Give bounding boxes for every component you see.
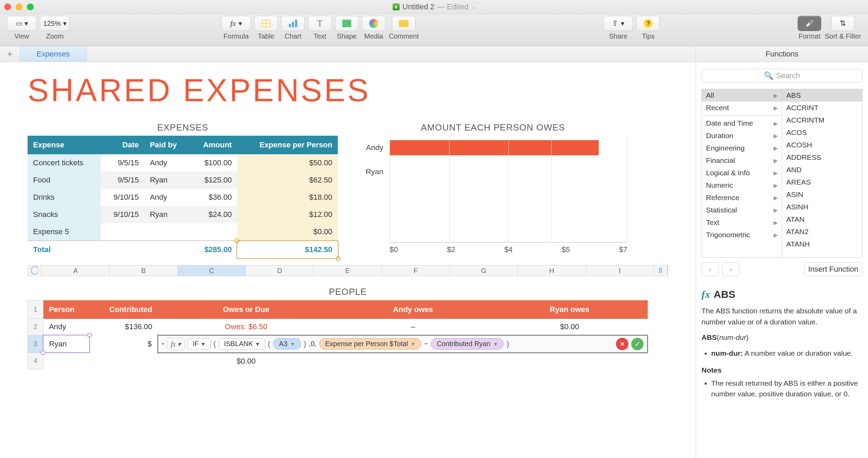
col-owes[interactable]: Owes or Due — [158, 300, 334, 319]
formula-button[interactable]: fx▾ — [221, 16, 251, 31]
col-expense[interactable]: Expense — [28, 136, 101, 154]
cell[interactable]: Drinks — [28, 189, 101, 206]
cell[interactable] — [90, 353, 158, 369]
cell[interactable]: 9/10/15 — [101, 206, 144, 223]
fn-isblank[interactable]: ISBLANK▼ — [219, 338, 265, 350]
cell[interactable]: $0.00 — [237, 223, 338, 241]
cell[interactable]: $0.00 — [492, 319, 647, 335]
cell[interactable]: 9/10/15 — [101, 189, 144, 206]
cell[interactable]: $24.00 — [190, 206, 238, 223]
category-recent[interactable]: Recent▶ — [702, 102, 782, 114]
row-header[interactable]: 2 — [28, 319, 43, 335]
share-button[interactable]: ⇪▾ — [603, 16, 633, 31]
function-item[interactable]: ACOS — [782, 126, 862, 139]
media-button[interactable] — [362, 16, 385, 31]
insert-function-button[interactable]: Insert Function — [804, 262, 863, 276]
zoom-select[interactable]: 125%▾ — [40, 16, 70, 31]
chart-button[interactable] — [281, 16, 305, 31]
window-title[interactable]: ▮ Untitled 2 — Edited ⌄ — [393, 2, 475, 11]
category-item[interactable]: Trigonometric▶ — [702, 229, 782, 241]
cell[interactable]: $50.00 — [237, 154, 338, 171]
function-item[interactable]: ATAN — [782, 213, 862, 226]
col-header[interactable]: H — [518, 266, 586, 276]
function-item[interactable]: ASINH — [782, 201, 862, 213]
minimize-window-button[interactable] — [16, 3, 22, 10]
sort-filter-button[interactable]: ⇅ — [831, 16, 855, 31]
tips-button[interactable]: ? — [636, 16, 660, 31]
col-contrib[interactable]: Contributed — [90, 300, 158, 319]
table-corner-left[interactable] — [28, 266, 42, 276]
cell[interactable]: – — [334, 319, 492, 335]
function-item[interactable]: AND — [782, 164, 862, 176]
col-person[interactable]: Person — [43, 300, 90, 319]
function-item[interactable]: ATAN2 — [782, 226, 862, 238]
col-header[interactable]: I — [586, 266, 654, 276]
ref-token-contrib[interactable]: Contributed Ryan▼ — [431, 338, 504, 350]
category-item[interactable]: Reference▶ — [702, 191, 782, 204]
table-corner-right[interactable] — [654, 266, 668, 276]
col-header[interactable]: A — [42, 266, 110, 276]
cell[interactable] — [101, 223, 144, 241]
text-button[interactable]: T — [308, 16, 332, 31]
bar-andy[interactable] — [390, 140, 599, 155]
category-all[interactable]: All▶ — [702, 89, 782, 102]
tab-expenses[interactable]: Expenses — [20, 46, 87, 62]
cell[interactable]: Andy — [144, 189, 190, 206]
category-item[interactable]: Logical & Info▶ — [702, 167, 782, 179]
col-header[interactable]: B — [110, 266, 178, 276]
total-epp-selected[interactable]: $142.50 — [237, 241, 338, 258]
category-item[interactable]: Statistical▶ — [702, 204, 782, 216]
cancel-formula-button[interactable]: ✕ — [616, 338, 628, 350]
col-header[interactable]: D — [246, 266, 314, 276]
row-header-selected[interactable]: 3 — [28, 335, 43, 353]
cell[interactable]: Ryan — [144, 206, 190, 223]
function-item[interactable]: ACCRINT — [782, 102, 862, 114]
function-item[interactable]: ACOSH — [782, 139, 862, 151]
cell[interactable]: Andy — [43, 319, 90, 335]
comment-button[interactable] — [392, 16, 415, 31]
row-header[interactable]: 1 — [28, 300, 43, 319]
function-abs[interactable]: ABS — [782, 89, 862, 102]
category-list[interactable]: All▶ Recent▶ Date and Time▶ Duration▶ En… — [702, 89, 782, 257]
col-header[interactable]: G — [450, 266, 518, 276]
people-table[interactable]: 1 Person Contributed Owes or Due Andy ow… — [28, 300, 648, 369]
cell[interactable]: $62.50 — [237, 171, 338, 189]
close-window-button[interactable] — [4, 3, 11, 10]
function-item[interactable]: ASIN — [782, 188, 862, 201]
cell-selected[interactable]: Ryan — [43, 335, 90, 353]
col-epp[interactable]: Expense per Person — [237, 136, 338, 154]
cell[interactable] — [43, 353, 90, 369]
nav-forward-button[interactable]: › — [722, 262, 739, 276]
cell[interactable]: $125.00 — [190, 171, 238, 189]
col-ryan-owes[interactable]: Ryan owes — [492, 300, 647, 319]
category-item[interactable]: Engineering▶ — [702, 142, 782, 154]
cell[interactable]: $ — [90, 335, 158, 353]
col-header-selected[interactable]: C — [178, 266, 246, 276]
ref-token[interactable]: A3▼ — [273, 338, 301, 350]
cell[interactable]: Ryan — [144, 171, 190, 189]
table-button[interactable] — [254, 16, 278, 31]
function-list[interactable]: ABS ACCRINT ACCRINTM ACOS ACOSH ADDRESS … — [782, 89, 862, 257]
bar-chart[interactable]: Andy Ryan — [390, 136, 627, 242]
shape-button[interactable] — [335, 16, 359, 31]
col-amount[interactable]: Amount — [190, 136, 238, 154]
col-date[interactable]: Date — [101, 136, 144, 154]
add-sheet-button[interactable]: + — [0, 46, 20, 62]
category-item[interactable]: Text▶ — [702, 216, 782, 229]
col-paidby[interactable]: Paid by — [144, 136, 190, 154]
cell[interactable] — [334, 353, 492, 369]
row-header[interactable]: 4 — [28, 353, 43, 369]
function-item[interactable]: ATANH — [782, 238, 862, 250]
total-label[interactable]: Total — [28, 241, 101, 258]
expenses-table[interactable]: Expense Date Paid by Amount Expense per … — [28, 136, 338, 258]
cell[interactable]: Owes: $6.50 — [158, 319, 334, 335]
function-item[interactable]: ADDRESS — [782, 151, 862, 164]
format-button[interactable]: 🖌 — [798, 16, 821, 31]
canvas[interactable]: SHARED EXPENSES EXPENSES Expense Date Pa… — [0, 62, 696, 458]
category-item[interactable]: Financial▶ — [702, 154, 782, 167]
cell[interactable]: $36.00 — [190, 189, 238, 206]
cell[interactable]: Andy — [144, 154, 190, 171]
fullscreen-window-button[interactable] — [27, 3, 34, 10]
cell[interactable]: Concert tickets — [28, 154, 101, 171]
col-andy-owes[interactable]: Andy owes — [334, 300, 492, 319]
